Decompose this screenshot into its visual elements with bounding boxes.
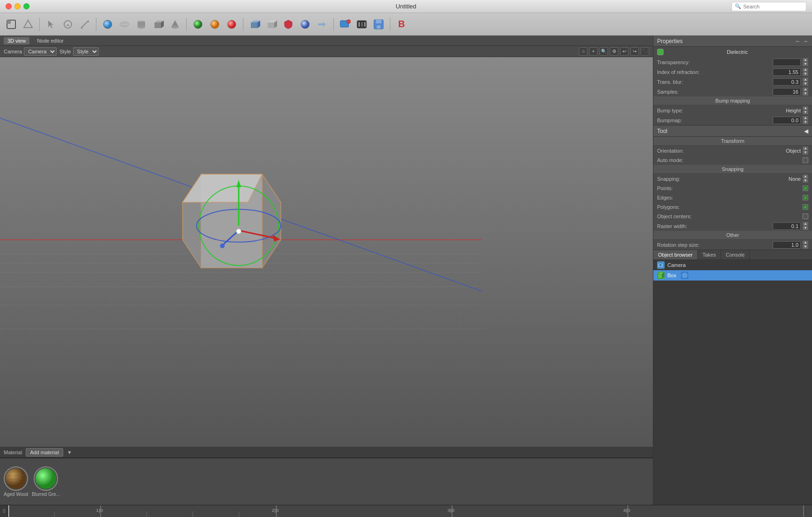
svg-rect-21 <box>251 22 257 28</box>
search-input[interactable] <box>743 4 803 9</box>
bump-type-stepper[interactable]: ▲▼ <box>803 106 808 114</box>
svg-text:1|0: 1|0 <box>95 508 103 513</box>
arrow-btn[interactable] <box>315 17 329 32</box>
samples-row: Samples: ▲▼ <box>653 87 812 96</box>
paint-tool-btn[interactable] <box>60 17 75 32</box>
properties-back[interactable]: ← <box>795 38 801 44</box>
fullscreen-button[interactable] <box>23 3 29 9</box>
material-color-dot[interactable] <box>657 49 664 55</box>
properties-forward[interactable]: → <box>803 38 808 44</box>
material-item-aged-wood[interactable]: Aged Wood <box>4 466 28 497</box>
style-select[interactable]: Style <box>73 47 99 56</box>
section-snapping: Snapping <box>653 165 812 174</box>
bumpmap-label: Bumpmap: <box>657 118 771 123</box>
timeline-ruler[interactable]: 1|0 2|0 3|0 4|0 <box>8 505 812 517</box>
trans-blur-label: Trans. blur: <box>657 79 771 85</box>
edges-label: Edges: <box>657 195 801 200</box>
search-box[interactable]: 🔍 <box>732 2 806 11</box>
cube1-btn[interactable] <box>247 17 262 32</box>
viewport-icon-search[interactable]: 🔍 <box>600 47 608 56</box>
transparency-label: Transparency: <box>657 59 771 65</box>
sphere-tool-btn[interactable] <box>100 17 115 32</box>
viewport-icon-redo[interactable]: ↪ <box>630 47 639 56</box>
snapping-row: Snapping: None ▲▼ <box>653 174 812 184</box>
browser-item-camera[interactable]: Camera <box>653 260 812 270</box>
viewport-3d[interactable] <box>0 57 653 447</box>
mat3-btn[interactable] <box>224 17 239 32</box>
tab-console[interactable]: Console <box>721 250 750 259</box>
close-button[interactable] <box>6 3 12 9</box>
object-centers-checkbox[interactable] <box>803 214 808 219</box>
cylinder-tool-btn[interactable] <box>134 17 149 32</box>
snapping-value: None <box>782 176 801 182</box>
logo-btn[interactable]: B <box>394 17 409 32</box>
bumpmap-stepper[interactable]: ▲▼ <box>803 116 808 124</box>
svg-rect-13 <box>154 22 161 28</box>
tab-takes[interactable]: Takes <box>698 250 721 259</box>
viewport-icon-fullscreen[interactable]: ⬛ <box>641 47 649 56</box>
svg-marker-2 <box>24 20 32 28</box>
svg-rect-38 <box>366 21 366 28</box>
browser-item-box[interactable]: Box <box>653 270 812 281</box>
camera-icon <box>657 261 665 269</box>
camera-select[interactable]: Camera <box>24 47 57 56</box>
timeline[interactable]: 0 1|0 2|0 3|0 4|0 <box>0 505 812 517</box>
polygons-label: Polygons: <box>657 204 801 210</box>
mat2-btn[interactable] <box>207 17 222 32</box>
transparency-stepper[interactable]: ▲▼ <box>803 58 808 66</box>
samples-stepper[interactable]: ▲▼ <box>803 88 808 96</box>
tab-3d-view[interactable]: 3D view <box>4 37 29 44</box>
anim-btn[interactable] <box>354 17 369 32</box>
pointer-tool-btn[interactable] <box>44 17 59 32</box>
tool-expand-icon[interactable]: ◀ <box>804 128 808 134</box>
polygons-checkbox[interactable]: ✓ <box>803 204 808 210</box>
select-mode-btn[interactable] <box>4 17 19 32</box>
material-thumb-blurred[interactable] <box>34 466 58 491</box>
svg-text:3|0: 3|0 <box>447 508 454 513</box>
sphere2-btn[interactable] <box>298 17 313 32</box>
auto-mode-checkbox[interactable] <box>803 157 808 163</box>
raster-width-input[interactable] <box>773 222 801 230</box>
raster-width-stepper[interactable]: ▲▼ <box>803 222 808 230</box>
points-checkbox[interactable]: ✓ <box>803 185 808 191</box>
viewport-icon-add[interactable]: + <box>589 47 598 56</box>
minimize-button[interactable] <box>15 3 21 9</box>
ior-input[interactable] <box>773 68 801 76</box>
tab-node-editor[interactable]: Node editor <box>33 37 67 44</box>
object-centers-row: Object centers: <box>653 212 812 221</box>
cone-tool-btn[interactable] <box>168 17 183 32</box>
material-thumb-aged-wood[interactable] <box>4 466 28 491</box>
ior-stepper[interactable]: ▲▼ <box>803 68 808 76</box>
material-item-blurred[interactable]: Blurred Gre... <box>32 466 60 497</box>
viewport-icon-star[interactable]: ☆ <box>579 47 587 56</box>
render-btn[interactable] <box>337 17 352 32</box>
cube2-btn[interactable] <box>264 17 279 32</box>
trans-blur-stepper[interactable]: ▲▼ <box>803 78 808 86</box>
svg-point-9 <box>123 23 126 25</box>
tab-object-browser[interactable]: Object browser <box>653 250 698 259</box>
tool-header: Tool ◀ <box>653 126 812 137</box>
window-title: Untitled <box>395 3 416 10</box>
snapping-stepper[interactable]: ▲▼ <box>803 175 808 183</box>
add-material-button[interactable]: Add material <box>26 448 63 457</box>
orientation-stepper[interactable]: ▲▼ <box>803 147 808 155</box>
viewport-icon-gear[interactable]: ⚙ <box>610 47 618 56</box>
transparency-input[interactable] <box>773 59 801 66</box>
sep3 <box>186 18 187 31</box>
torus-tool-btn[interactable] <box>117 17 132 32</box>
samples-input[interactable] <box>773 88 801 96</box>
material-name-aged-wood: Aged Wood <box>4 492 28 497</box>
shield-btn[interactable] <box>281 17 296 32</box>
mat1-btn[interactable] <box>190 17 205 32</box>
edges-checkbox[interactable]: ✓ <box>803 195 808 200</box>
polygon-mode-btn[interactable] <box>21 17 36 32</box>
bumpmap-input[interactable] <box>773 117 801 124</box>
rotation-step-stepper[interactable]: ▲▼ <box>803 241 808 249</box>
rotation-step-input[interactable] <box>773 241 801 249</box>
bump-type-label: Bump type: <box>657 108 780 113</box>
box-tool-btn[interactable] <box>151 17 166 32</box>
save-btn[interactable] <box>371 17 386 32</box>
trans-blur-input[interactable] <box>773 78 801 86</box>
measure-tool-btn[interactable] <box>77 17 92 32</box>
viewport-icon-undo[interactable]: ↩ <box>620 47 629 56</box>
